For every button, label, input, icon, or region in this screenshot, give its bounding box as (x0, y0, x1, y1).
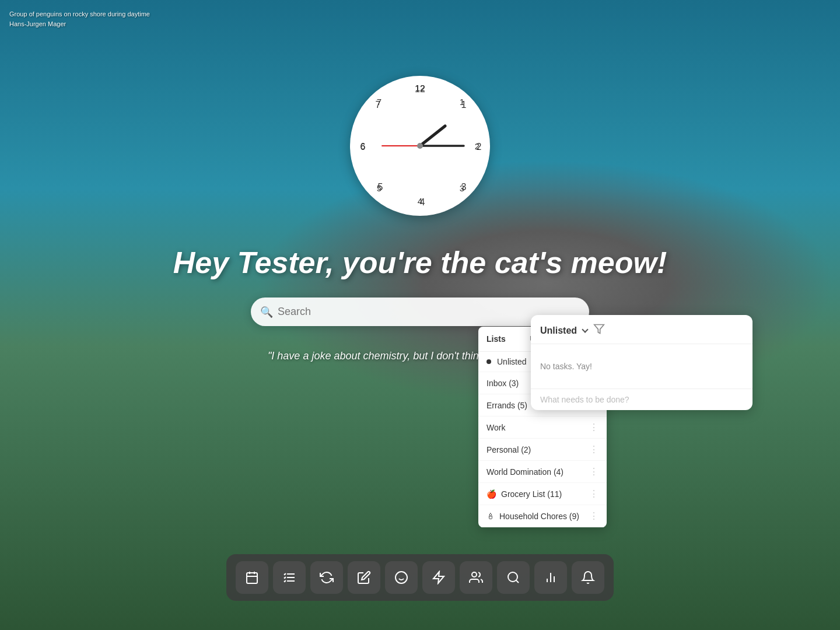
list-name-grocery-list: Grocery List (11) (501, 489, 586, 499)
greeting-text: Hey Tester, you're the cat's meow! (173, 245, 667, 280)
notifications-button[interactable] (572, 561, 604, 594)
list-name-world-domination: World Domination (4) (487, 467, 586, 477)
photo-author: Hans-Jurgen Mager (9, 19, 150, 29)
list-more-work[interactable]: ⋮ (589, 422, 598, 433)
filter-icon[interactable] (593, 323, 605, 338)
photo-credit: Group of penguins on rocky shore during … (9, 9, 150, 29)
svg-point-33 (508, 572, 517, 582)
list-name-household-chores: Household Chores (9) (499, 512, 586, 521)
svg-text:6: 6 (360, 141, 365, 151)
svg-text:5: 5 (377, 183, 382, 193)
toolbar (226, 554, 614, 601)
svg-text:1: 1 (460, 97, 464, 107)
list-more-household-chores[interactable]: ⋮ (589, 510, 598, 522)
svg-marker-31 (433, 572, 444, 583)
task-panel-body: No tasks. Yay! (531, 344, 752, 388)
clock-hands: 12 1 2 3 4 5 6 7 (350, 76, 490, 216)
photo-title: Group of penguins on rocky shore during … (9, 9, 150, 19)
svg-text:3: 3 (460, 183, 464, 193)
list-name-personal: Personal (2) (487, 445, 586, 454)
task-input[interactable] (540, 395, 743, 404)
list-item-work[interactable]: Work ⋮ (478, 416, 607, 439)
no-tasks-text: No tasks. Yay! (540, 362, 592, 371)
list-item-grocery-list[interactable]: 🍎 Grocery List (11) ⋮ (478, 483, 607, 505)
sync-button[interactable] (310, 561, 343, 594)
contacts-button[interactable] (460, 561, 492, 594)
chevron-down-icon (582, 326, 588, 332)
list-more-grocery-list[interactable]: ⋮ (589, 488, 598, 499)
analog-clock: 12 1 2 3 4 5 6 7 12 1 2 3 4 5 6 7 (350, 76, 490, 216)
svg-line-16 (420, 126, 445, 146)
calendar-button[interactable] (236, 561, 268, 594)
habits-button[interactable] (422, 561, 455, 594)
notes-button[interactable] (348, 561, 380, 594)
task-panel: Unlisted No tasks. Yay! (531, 315, 752, 410)
list-more-personal[interactable]: ⋮ (589, 444, 598, 455)
search-icon: 🔍 (260, 306, 273, 318)
task-panel-title: Unlisted (540, 326, 577, 336)
svg-point-32 (472, 572, 477, 577)
emoji-button[interactable] (385, 561, 418, 594)
search-toolbar-button[interactable] (497, 561, 530, 594)
svg-text:12: 12 (415, 83, 425, 93)
svg-text:4: 4 (418, 196, 422, 206)
svg-marker-20 (594, 325, 604, 334)
list-name-work: Work (487, 423, 586, 432)
task-panel-dropdown[interactable]: Unlisted (540, 326, 587, 336)
list-item-household-chores[interactable]: 🕯 Household Chores (9) ⋮ (478, 505, 607, 527)
household-emoji: 🕯 (487, 512, 495, 521)
list-item-personal[interactable]: Personal (2) ⋮ (478, 439, 607, 461)
svg-rect-21 (247, 573, 257, 583)
svg-point-28 (396, 572, 407, 583)
svg-text:7: 7 (377, 97, 382, 107)
svg-text:2: 2 (475, 141, 480, 151)
list-more-world-domination[interactable]: ⋮ (589, 466, 598, 477)
task-panel-header: Unlisted (531, 315, 752, 344)
svg-line-34 (516, 580, 519, 583)
tasks-button[interactable] (273, 561, 306, 594)
lists-title: Lists (487, 334, 506, 344)
list-bullet-unlisted (487, 359, 491, 364)
list-item-world-domination[interactable]: World Domination (4) ⋮ (478, 461, 607, 483)
task-input-area (531, 388, 752, 410)
clock-widget: 12 1 2 3 4 5 6 7 12 1 2 3 4 5 6 7 (350, 76, 490, 216)
stats-button[interactable] (534, 561, 567, 594)
svg-point-19 (417, 143, 423, 149)
grocery-emoji: 🍎 (487, 489, 496, 499)
